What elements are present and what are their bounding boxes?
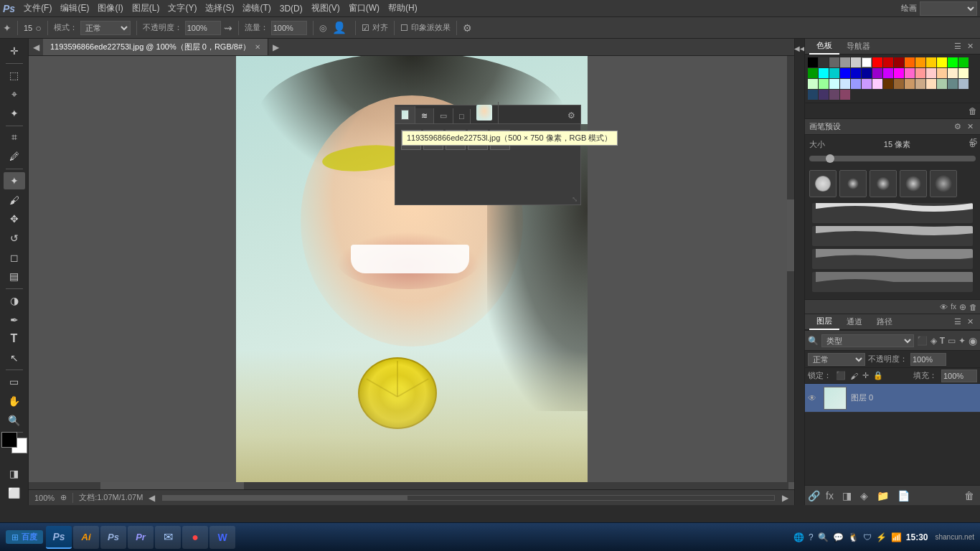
swatch-purple1[interactable] [872, 68, 882, 78]
layers-new-btn[interactable]: 📄 [895, 489, 913, 503]
layer-eye-icon[interactable]: 👁 [808, 393, 819, 403]
taskbar-qq-icon[interactable]: 🐧 [848, 532, 859, 542]
canvas-vertical-thumb[interactable] [787, 199, 794, 271]
tool-shape[interactable]: ▭ [4, 373, 25, 391]
lock-all-icon[interactable]: 🔒 [873, 371, 883, 380]
layer-filter-pixel[interactable]: ⬛ [917, 336, 928, 346]
menu-window[interactable]: 窗口(W) [344, 1, 384, 16]
layer-filter-adj[interactable]: ◈ [930, 336, 937, 346]
layer-filter-shape[interactable]: ▭ [948, 336, 956, 346]
brush-settings-icon[interactable]: ⚙ [463, 22, 472, 34]
menu-3d[interactable]: 3D(D) [275, 2, 307, 15]
menu-edit[interactable]: 编辑(E) [56, 1, 93, 16]
swatch-navy[interactable] [808, 90, 818, 100]
swatch-blue3[interactable] [862, 68, 872, 78]
document-tab[interactable]: 1193596866ede22753l.jpg @ 100%（图层 0，RGB/… [43, 39, 268, 55]
lock-gradient-icon[interactable]: 🖌 [850, 372, 858, 380]
zoom-icon[interactable]: ⊕ [60, 493, 67, 502]
tab-expand-left[interactable]: ◀ [29, 39, 43, 56]
taskbar-ps2-app[interactable]: Ps [100, 526, 126, 549]
right-panel-collapse[interactable]: ◀◀ [794, 39, 804, 505]
swatch-br3[interactable] [905, 79, 915, 89]
quick-mask-icon[interactable]: ◨ [4, 465, 25, 483]
taskbar-ps-app[interactable]: Ps [46, 526, 72, 549]
color-panel-menu[interactable]: ☰ [952, 42, 963, 51]
swatch-o2[interactable] [948, 68, 958, 78]
brush-size-slider[interactable] [809, 156, 976, 161]
brush-popup-tab-portrait[interactable] [471, 102, 499, 123]
channels-tab[interactable]: 通道 [839, 314, 870, 329]
tool-spot-heal[interactable]: ✦ [4, 172, 25, 190]
tab-expand-right[interactable]: ▶ [268, 39, 283, 56]
swatch-llgray[interactable] [851, 57, 861, 67]
scroll-right-btn[interactable]: ▶ [782, 493, 788, 503]
swatch-steel[interactable] [958, 79, 969, 89]
lock-pixel-icon[interactable]: ⬛ [836, 371, 846, 380]
swatch-red3[interactable] [894, 57, 904, 67]
layers-delete-btn[interactable]: 🗑 [961, 489, 977, 503]
menu-view[interactable]: 视图(V) [307, 1, 344, 16]
color-panel-trash[interactable]: 🗑 [969, 106, 977, 116]
swatch-lgreen[interactable] [937, 79, 947, 89]
paths-tab[interactable]: 路径 [870, 314, 900, 329]
swatch-orange1[interactable] [905, 57, 915, 67]
lock-move-icon[interactable]: ✛ [862, 371, 869, 380]
layer-filter-select[interactable]: 类型 [821, 334, 914, 347]
brush-panel-adj[interactable]: ⊕ [959, 302, 966, 312]
brush-preset-softround-lg[interactable] [900, 170, 927, 197]
menu-image[interactable]: 图像(I) [93, 1, 127, 16]
canvas-vertical-scrollbar[interactable] [787, 56, 794, 482]
flow-input[interactable] [271, 21, 307, 35]
taskbar-network-icon[interactable]: 🌐 [793, 532, 804, 542]
taskbar-search-icon[interactable]: 🔍 [818, 532, 829, 542]
menu-help[interactable]: 帮助(H) [384, 1, 422, 16]
swatch-cyan2[interactable] [829, 68, 839, 78]
tool-move[interactable]: ✛ [4, 42, 25, 60]
tool-brush[interactable]: 🖌 [4, 191, 25, 209]
opacity-input[interactable] [910, 353, 946, 366]
tool-gradient[interactable]: ▤ [4, 268, 25, 286]
color-picker[interactable] [1, 432, 27, 453]
tablet-pressure-icon[interactable]: ◎ [319, 23, 326, 33]
swatch-gray[interactable] [829, 57, 839, 67]
swatch-r1[interactable] [915, 68, 925, 78]
tool-path-select[interactable]: ↖ [4, 349, 25, 367]
swatch-b1[interactable] [840, 79, 850, 89]
color-panel-close[interactable]: ✕ [965, 42, 976, 51]
tool-dodge[interactable]: ◑ [4, 292, 25, 310]
taskbar-mail-app[interactable]: ✉ [155, 526, 181, 549]
swatch-purple2[interactable] [883, 68, 893, 78]
layer-item-0[interactable]: 👁 图层 0 [805, 384, 980, 413]
taskbar-ai-app[interactable]: Ai [73, 526, 99, 549]
tool-marquee[interactable]: ⬚ [4, 67, 25, 85]
brush-preset-softround-sm[interactable] [839, 170, 867, 197]
brush-preset-softround-xl[interactable] [930, 170, 957, 197]
swatch-red2[interactable] [883, 57, 893, 67]
swatch-green3[interactable] [808, 68, 818, 78]
swatch-r2[interactable] [926, 68, 936, 78]
layer-filter-toggle[interactable]: ◉ [969, 335, 977, 347]
effect-checkbox[interactable]: ☐ [400, 23, 408, 33]
taskbar-word-app[interactable]: W [209, 526, 235, 549]
brush-popup-tab-3[interactable]: ▭ [434, 108, 453, 123]
menu-layer[interactable]: 图层(L) [128, 1, 164, 16]
swatch-dgray[interactable] [819, 57, 829, 67]
canvas-horizontal-thumb[interactable] [100, 482, 244, 489]
taskbar-signal-icon[interactable]: 📶 [891, 532, 902, 542]
layers-panel-close[interactable]: ✕ [965, 317, 976, 326]
swatch-skin[interactable] [926, 79, 936, 89]
swatch-br2[interactable] [894, 79, 904, 89]
swatch-plum[interactable] [829, 90, 839, 100]
swatch-indigo[interactable] [819, 90, 829, 100]
draw-mode-select[interactable] [920, 1, 977, 16]
mode-select[interactable]: 正常 [80, 21, 131, 35]
layers-group-btn[interactable]: 📁 [874, 489, 892, 503]
swatch-rose[interactable] [840, 90, 850, 100]
brush-preview-icon[interactable]: 👤 [332, 21, 347, 34]
layers-tab[interactable]: 图层 [809, 314, 839, 330]
tool-lasso[interactable]: ⌖ [4, 85, 25, 103]
layers-panel-menu[interactable]: ☰ [952, 317, 963, 326]
start-button[interactable]: ⊞ 百度 [6, 530, 43, 544]
tab-close[interactable]: ✕ [255, 43, 260, 51]
layer-filter-smart[interactable]: ✦ [958, 336, 966, 346]
